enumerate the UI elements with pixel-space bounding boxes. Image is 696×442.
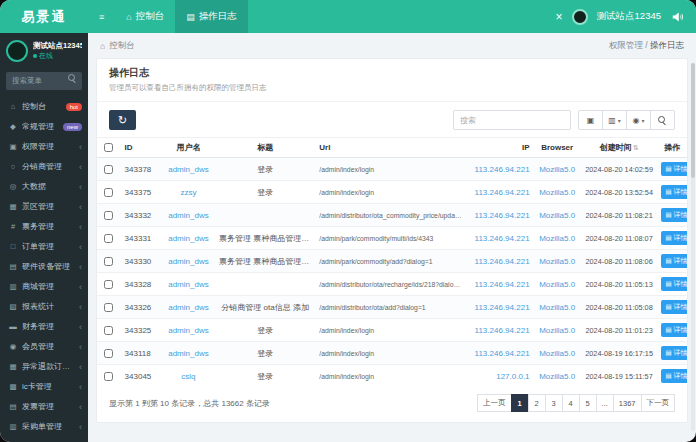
filter-button[interactable]: ◉▾ bbox=[626, 110, 651, 130]
col-header-title[interactable]: 标题 bbox=[215, 138, 315, 158]
sidebar-menu-item[interactable]: ◎ 导游管理 ‹ bbox=[0, 437, 88, 442]
columns-button[interactable]: ▥▾ bbox=[602, 110, 627, 130]
sidebar-menu-item[interactable]: ▥ 采购单管理 ‹ bbox=[0, 417, 88, 437]
cell-browser-link[interactable]: Mozilla5.0 bbox=[539, 165, 575, 174]
page-button[interactable]: 1 bbox=[511, 394, 529, 412]
page-button[interactable]: 上一页 bbox=[477, 394, 512, 412]
detail-button[interactable]: ▤详情 bbox=[661, 185, 687, 199]
cell-username-link[interactable]: admin_dws bbox=[168, 234, 208, 243]
breadcrumb-section[interactable]: 权限管理 bbox=[609, 40, 643, 50]
cell-username-link[interactable]: admin_dws bbox=[168, 326, 208, 335]
cell-username-link[interactable]: admin_dws bbox=[168, 280, 208, 289]
top-tab-dashboard[interactable]: ⌂ 控制台 bbox=[115, 0, 175, 33]
detail-button[interactable]: ▤详情 bbox=[661, 277, 687, 291]
col-header-id[interactable]: ID bbox=[121, 138, 162, 158]
cell-ip-link[interactable]: 113.246.94.221 bbox=[475, 165, 530, 174]
sidebar-menu-item[interactable]: ◎ 大数据 ‹ bbox=[0, 177, 88, 197]
sidebar-menu-item[interactable]: ▩ ic卡管理 ‹ bbox=[0, 377, 88, 397]
row-checkbox[interactable] bbox=[104, 165, 113, 174]
cell-ip-link[interactable]: 113.246.94.221 bbox=[475, 188, 530, 197]
sidebar-menu-item[interactable]: □ 订单管理 ‹ bbox=[0, 237, 88, 257]
row-checkbox[interactable] bbox=[104, 326, 113, 335]
scrollbar-track[interactable] bbox=[691, 63, 695, 431]
user-avatar[interactable] bbox=[572, 9, 588, 25]
col-header-browser[interactable]: Browser bbox=[534, 138, 581, 158]
detail-button[interactable]: ▤详情 bbox=[661, 323, 687, 337]
sidebar-menu-item[interactable]: # 票务管理 ‹ bbox=[0, 217, 88, 237]
sidebar-menu-item[interactable]: ⌂ 控制台 hot ‹ bbox=[0, 97, 88, 117]
page-button[interactable]: 2 bbox=[528, 394, 546, 412]
cell-browser-link[interactable]: Mozilla5.0 bbox=[539, 349, 575, 358]
cell-username-link[interactable]: admin_dws bbox=[168, 257, 208, 266]
detail-button[interactable]: ▤详情 bbox=[661, 208, 687, 222]
cell-browser-link[interactable]: Mozilla5.0 bbox=[539, 234, 575, 243]
sidebar-menu-item[interactable]: ◉ 会员管理 ‹ bbox=[0, 337, 88, 357]
close-tabs-icon[interactable]: × bbox=[556, 11, 563, 23]
detail-button[interactable]: ▤详情 bbox=[661, 162, 687, 176]
cell-browser-link[interactable]: Mozilla5.0 bbox=[539, 326, 575, 335]
announcement-icon[interactable] bbox=[672, 11, 684, 23]
cell-username-link[interactable]: admin_dws bbox=[168, 349, 208, 358]
row-checkbox[interactable] bbox=[104, 211, 113, 220]
row-checkbox[interactable] bbox=[104, 303, 113, 312]
user-name[interactable]: 测试站点12345 bbox=[597, 10, 661, 23]
select-all-checkbox[interactable] bbox=[104, 143, 113, 152]
cell-username-link[interactable]: admin_dws bbox=[168, 303, 208, 312]
sidebar-menu-item[interactable]: ▧ 报表统计 ‹ bbox=[0, 297, 88, 317]
top-tab-operation-log[interactable]: ▤ 操作日志 bbox=[175, 0, 248, 33]
sidebar-toggle-button[interactable]: ≡ bbox=[88, 0, 115, 33]
cell-browser-link[interactable]: Mozilla5.0 bbox=[539, 303, 575, 312]
cell-username-link[interactable]: admin_dws bbox=[168, 211, 208, 220]
sidebar-menu-item[interactable]: ◆ 常规管理 new ‹ bbox=[0, 117, 88, 137]
page-button[interactable]: 下一页 bbox=[641, 394, 676, 412]
cell-ip-link[interactable]: 113.246.94.221 bbox=[475, 303, 530, 312]
sidebar-menu-item[interactable]: ▤ 发票管理 ‹ bbox=[0, 397, 88, 417]
page-button[interactable]: 1367 bbox=[613, 394, 642, 412]
cell-username-link[interactable]: zzsy bbox=[180, 188, 196, 197]
row-checkbox[interactable] bbox=[104, 188, 113, 197]
table-search-input[interactable] bbox=[453, 110, 571, 130]
page-button[interactable]: ... bbox=[596, 394, 614, 412]
col-header-url[interactable]: Url bbox=[315, 138, 465, 158]
sidebar-menu-item[interactable]: ▦ 异常退款订单补单 ‹ bbox=[0, 357, 88, 377]
sidebar-menu-item[interactable]: ▥ 商城管理 ‹ bbox=[0, 277, 88, 297]
detail-button[interactable]: ▤详情 bbox=[661, 346, 687, 360]
sidebar-menu-item[interactable]: ▬ 财务管理 ‹ bbox=[0, 317, 88, 337]
breadcrumb-left[interactable]: 控制台 bbox=[109, 40, 135, 52]
view-toggle-button[interactable]: ▣ bbox=[578, 110, 603, 130]
search-button[interactable] bbox=[650, 110, 675, 130]
row-checkbox[interactable] bbox=[104, 349, 113, 358]
row-checkbox[interactable] bbox=[104, 234, 113, 243]
sidebar-menu-item[interactable]: ▤ 硬件设备管理 ‹ bbox=[0, 257, 88, 277]
col-header-username[interactable]: 用户名 bbox=[162, 138, 215, 158]
cell-browser-link[interactable]: Mozilla5.0 bbox=[539, 211, 575, 220]
row-checkbox[interactable] bbox=[104, 372, 113, 381]
sidebar-menu-item[interactable]: ▣ 权限管理 ‹ bbox=[0, 137, 88, 157]
cell-username-link[interactable]: cslq bbox=[181, 372, 195, 381]
sidebar-menu-item[interactable]: ▦ 景区管理 ‹ bbox=[0, 197, 88, 217]
row-checkbox[interactable] bbox=[104, 280, 113, 289]
detail-button[interactable]: ▤详情 bbox=[661, 254, 687, 268]
cell-browser-link[interactable]: Mozilla5.0 bbox=[539, 188, 575, 197]
cell-browser-link[interactable]: Mozilla5.0 bbox=[539, 372, 575, 381]
cell-ip-link[interactable]: 113.246.94.221 bbox=[475, 280, 530, 289]
detail-button[interactable]: ▤详情 bbox=[661, 231, 687, 245]
cell-ip-link[interactable]: 113.246.94.221 bbox=[475, 234, 530, 243]
cell-username-link[interactable]: admin_dws bbox=[168, 165, 208, 174]
cell-ip-link[interactable]: 113.246.94.221 bbox=[475, 257, 530, 266]
detail-button[interactable]: ▤详情 bbox=[661, 300, 687, 314]
cell-browser-link[interactable]: Mozilla5.0 bbox=[539, 280, 575, 289]
detail-button[interactable]: ▤详情 bbox=[661, 369, 687, 383]
page-button[interactable]: 5 bbox=[579, 394, 597, 412]
row-checkbox[interactable] bbox=[104, 257, 113, 266]
cell-ip-link[interactable]: 113.246.94.221 bbox=[475, 211, 530, 220]
col-header-ip[interactable]: IP bbox=[466, 138, 534, 158]
cell-ip-link[interactable]: 127.0.0.1 bbox=[496, 372, 529, 381]
cell-ip-link[interactable]: 113.246.94.221 bbox=[475, 349, 530, 358]
cell-ip-link[interactable]: 113.246.94.221 bbox=[475, 326, 530, 335]
page-button[interactable]: 4 bbox=[562, 394, 580, 412]
sidebar-avatar[interactable] bbox=[6, 40, 28, 62]
refresh-button[interactable]: ↻ bbox=[109, 110, 136, 130]
col-header-createtime[interactable]: 创建时间⇅ bbox=[581, 138, 658, 158]
page-button[interactable]: 3 bbox=[545, 394, 563, 412]
